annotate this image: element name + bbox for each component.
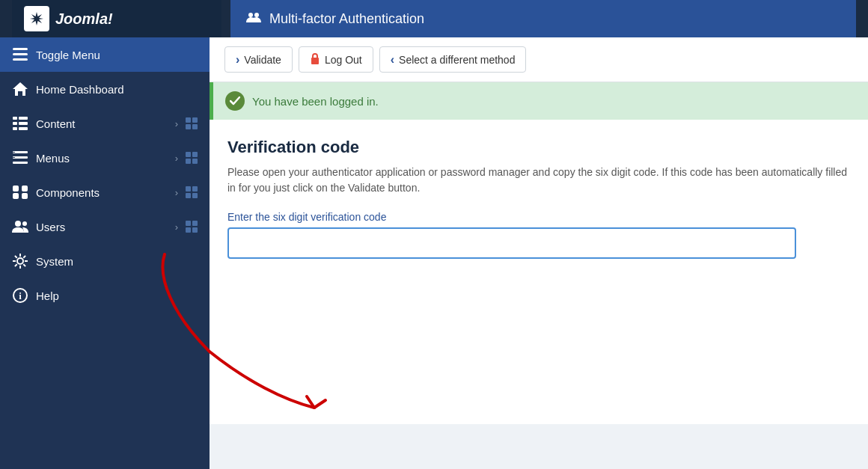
svg-rect-9 bbox=[13, 127, 17, 130]
sidebar-components-label: Components bbox=[36, 186, 168, 199]
home-icon bbox=[12, 81, 28, 97]
menus-grid-icon bbox=[186, 152, 198, 164]
svg-rect-17 bbox=[22, 186, 28, 191]
sidebar-item-content[interactable]: Content › bbox=[0, 106, 210, 141]
svg-point-1 bbox=[254, 13, 259, 17]
content-icon bbox=[12, 115, 28, 132]
sidebar-item-toggle-menu[interactable]: Toggle Menu bbox=[0, 37, 210, 72]
svg-rect-2 bbox=[13, 48, 28, 50]
menus-icon bbox=[12, 150, 28, 166]
logo-text: Joomla! bbox=[55, 10, 113, 28]
top-bar: Joomla! Multi-factor Authentication bbox=[0, 0, 868, 37]
content-area: › Validate Log Out ‹ Select a different … bbox=[210, 37, 868, 469]
svg-rect-15 bbox=[13, 157, 15, 158]
card-description: Please open your authenticator applicati… bbox=[227, 165, 850, 196]
select-method-label: Select a different method bbox=[399, 54, 515, 66]
svg-rect-13 bbox=[13, 162, 28, 164]
content-body: You have been logged in. Verification co… bbox=[210, 82, 868, 469]
validate-label: Validate bbox=[244, 54, 281, 66]
menus-chevron-icon: › bbox=[175, 153, 178, 164]
users-icon bbox=[12, 218, 28, 235]
lock-icon bbox=[310, 52, 320, 67]
mfa-header-icon bbox=[245, 9, 262, 29]
joomla-logo[interactable]: Joomla! bbox=[24, 6, 113, 31]
users-chevron-icon: › bbox=[175, 221, 178, 233]
card-title: Verification code bbox=[227, 138, 850, 157]
svg-text:i: i bbox=[19, 290, 22, 301]
sidebar-system-label: System bbox=[36, 255, 198, 268]
svg-rect-4 bbox=[13, 58, 28, 61]
svg-rect-24 bbox=[311, 58, 319, 64]
sidebar-home-label: Home Dashboard bbox=[36, 83, 198, 96]
select-method-button[interactable]: ‹ Select a different method bbox=[379, 46, 527, 73]
sidebar-item-users[interactable]: Users › bbox=[0, 209, 210, 244]
svg-point-0 bbox=[248, 13, 253, 17]
svg-rect-19 bbox=[22, 193, 28, 199]
sidebar-item-menus[interactable]: Menus › bbox=[0, 141, 210, 175]
svg-rect-18 bbox=[13, 193, 19, 199]
footer-area bbox=[210, 424, 868, 469]
sidebar-menus-label: Menus bbox=[36, 152, 168, 165]
sidebar-item-help[interactable]: i Help bbox=[0, 278, 210, 313]
toolbar: › Validate Log Out ‹ Select a different … bbox=[210, 37, 868, 82]
svg-rect-3 bbox=[13, 53, 28, 55]
page-title: Multi-factor Authentication bbox=[269, 11, 424, 27]
sidebar-item-home-dashboard[interactable]: Home Dashboard bbox=[0, 72, 210, 106]
sidebar-help-label: Help bbox=[36, 289, 198, 302]
svg-rect-5 bbox=[13, 117, 17, 120]
components-icon bbox=[12, 184, 28, 200]
components-grid-icon bbox=[186, 186, 198, 198]
help-icon: i bbox=[12, 287, 28, 304]
content-grid-icon bbox=[186, 117, 198, 129]
sidebar-item-system[interactable]: System bbox=[0, 244, 210, 278]
components-chevron-icon: › bbox=[175, 187, 178, 198]
svg-rect-7 bbox=[13, 122, 17, 125]
svg-point-21 bbox=[22, 221, 27, 226]
field-label: Enter the six digit verification code bbox=[227, 211, 850, 223]
logout-label: Log Out bbox=[325, 54, 362, 66]
svg-rect-10 bbox=[19, 127, 28, 130]
back-icon: ‹ bbox=[391, 53, 394, 67]
toggle-menu-icon bbox=[12, 46, 28, 63]
svg-rect-14 bbox=[13, 152, 15, 153]
sidebar-item-components[interactable]: Components › bbox=[0, 175, 210, 209]
verification-code-input[interactable] bbox=[227, 227, 796, 259]
svg-point-20 bbox=[15, 221, 21, 227]
logout-button[interactable]: Log Out bbox=[299, 46, 373, 73]
content-chevron-icon: › bbox=[175, 118, 178, 129]
verification-card: Verification code Please open your authe… bbox=[210, 120, 868, 424]
users-grid-icon bbox=[186, 221, 198, 233]
alert-text: You have been logged in. bbox=[252, 95, 379, 108]
validate-icon: › bbox=[236, 53, 239, 67]
sidebar-users-label: Users bbox=[36, 221, 168, 233]
system-icon bbox=[12, 253, 28, 269]
svg-rect-6 bbox=[19, 117, 28, 120]
success-alert: You have been logged in. bbox=[210, 82, 868, 120]
sidebar: Toggle Menu Home Dashboard bbox=[0, 37, 210, 469]
content-header: Multi-factor Authentication bbox=[230, 0, 856, 37]
sidebar-content-label: Content bbox=[36, 117, 168, 130]
sidebar-toggle-menu-label: Toggle Menu bbox=[36, 49, 198, 61]
validate-button[interactable]: › Validate bbox=[224, 46, 293, 73]
alert-icon bbox=[225, 91, 245, 111]
svg-rect-16 bbox=[13, 186, 19, 191]
svg-rect-8 bbox=[19, 122, 28, 125]
